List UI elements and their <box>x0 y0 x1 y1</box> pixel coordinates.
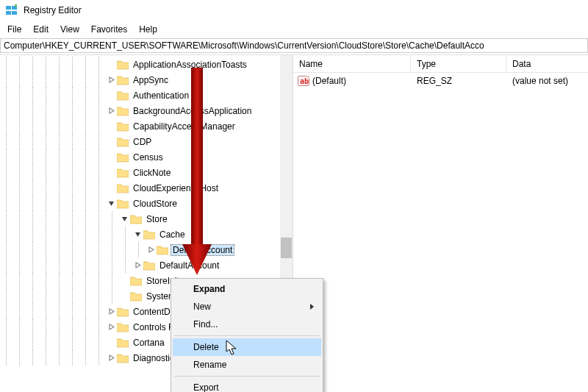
folder-icon <box>117 168 129 178</box>
tree-indent <box>40 165 53 180</box>
tree-indent <box>13 257 26 273</box>
folder-icon <box>130 214 142 224</box>
folder-icon <box>130 291 142 302</box>
tree-indent <box>13 196 26 211</box>
chevron-right-icon[interactable] <box>106 322 116 332</box>
tree-indent <box>79 257 93 273</box>
tree-indent <box>40 57 53 72</box>
menu-favorites[interactable]: Favorites <box>85 23 133 35</box>
tree-indent <box>93 211 106 227</box>
tree-indent <box>93 242 106 257</box>
ctx-delete[interactable]: Delete <box>173 338 321 356</box>
value-row[interactable]: ab (Default) REG_SZ (value not set) <box>293 73 588 89</box>
twisty-spacer <box>106 137 116 147</box>
tree-indent <box>26 288 40 304</box>
tree-indent <box>0 242 13 257</box>
menu-help[interactable]: Help <box>133 23 163 35</box>
tree-indent <box>26 242 40 257</box>
tree-indent <box>106 227 119 242</box>
tree-node[interactable]: CloudStore <box>0 196 293 211</box>
tree-indent <box>79 196 93 211</box>
ctx-new[interactable]: New <box>173 298 321 316</box>
column-type[interactable]: Type <box>411 56 506 72</box>
tree-indent <box>13 288 26 304</box>
menu-edit[interactable]: Edit <box>27 23 54 35</box>
tree-indent <box>0 273 13 288</box>
tree-indent <box>0 57 13 72</box>
scroll-thumb[interactable] <box>281 238 292 258</box>
tree-indent <box>66 319 79 335</box>
ctx-expand[interactable]: Expand <box>173 280 321 298</box>
chevron-right-icon[interactable] <box>106 353 116 363</box>
tree-node[interactable]: AppSync <box>0 72 293 88</box>
tree-indent <box>93 196 106 211</box>
chevron-right-icon[interactable] <box>106 75 116 85</box>
tree-indent <box>26 196 40 211</box>
tree-indent <box>79 242 93 257</box>
tree-indent <box>93 335 106 350</box>
tree-node[interactable]: DefaultAccount <box>0 257 293 273</box>
tree-indent <box>66 180 79 196</box>
ctx-find[interactable]: Find... <box>173 316 321 333</box>
chevron-right-icon[interactable] <box>106 307 116 317</box>
tree-indent <box>13 149 26 165</box>
menu-file[interactable]: File <box>1 23 27 35</box>
tree-node[interactable]: Cache <box>0 227 293 242</box>
folder-icon <box>117 75 129 85</box>
folder-icon <box>130 276 142 286</box>
tree-indent <box>66 88 79 103</box>
tree-node[interactable]: CapabilityAccessManager <box>0 118 293 134</box>
tree-indent <box>0 165 13 180</box>
values-header: Name Type Data <box>293 55 588 73</box>
tree-node[interactable]: Authentication <box>0 88 293 103</box>
tree-indent <box>106 211 119 227</box>
menu-view[interactable]: View <box>54 23 85 35</box>
tree-indent <box>40 335 53 350</box>
tree-indent <box>26 149 40 165</box>
tree-node[interactable]: CloudExperienceHost <box>0 180 293 196</box>
string-value-icon: ab <box>298 75 309 87</box>
folder-icon <box>117 199 129 209</box>
tree-node-label: CDP <box>132 137 153 147</box>
folder-icon <box>117 106 129 116</box>
column-data[interactable]: Data <box>506 56 588 72</box>
tree-node[interactable]: BackgroundAccessApplication <box>0 103 293 118</box>
tree-node[interactable]: DefaultAccount <box>0 242 293 257</box>
tree-indent <box>93 227 106 242</box>
folder-icon <box>117 307 129 317</box>
tree-node[interactable]: Store <box>0 211 293 227</box>
tree-node-label: Store <box>145 214 169 224</box>
tree-indent <box>53 57 66 72</box>
tree-node[interactable]: ApplicationAssociationToasts <box>0 57 293 72</box>
twisty-spacer <box>119 276 129 286</box>
ctx-export[interactable]: Export <box>173 379 321 392</box>
tree-node[interactable]: ClickNote <box>0 165 293 180</box>
twisty-spacer <box>106 90 116 101</box>
tree-indent <box>119 242 132 257</box>
chevron-down-icon[interactable] <box>119 214 129 224</box>
tree-indent <box>79 227 93 242</box>
ctx-rename[interactable]: Rename <box>173 356 321 374</box>
tree-indent <box>93 57 106 72</box>
tree-indent <box>106 257 119 273</box>
tree-indent <box>93 103 106 118</box>
tree-indent <box>13 319 26 335</box>
chevron-right-icon[interactable] <box>146 245 156 255</box>
column-name[interactable]: Name <box>293 56 411 72</box>
tree-node[interactable]: CDP <box>0 134 293 149</box>
tree-indent <box>26 350 40 366</box>
tree-indent <box>40 103 53 118</box>
tree-indent <box>0 103 13 118</box>
chevron-right-icon[interactable] <box>106 106 116 116</box>
tree-indent <box>93 273 106 288</box>
tree-indent <box>40 319 53 335</box>
address-bar[interactable]: Computer\HKEY_CURRENT_USER\SOFTWARE\Micr… <box>0 38 588 53</box>
chevron-down-icon[interactable] <box>132 229 143 240</box>
tree-indent <box>40 304 53 319</box>
chevron-down-icon[interactable] <box>106 199 116 209</box>
twisty-spacer <box>106 168 116 178</box>
chevron-right-icon[interactable] <box>132 260 143 271</box>
tree-indent <box>53 134 66 149</box>
tree-indent <box>79 211 93 227</box>
tree-node[interactable]: Census <box>0 149 293 165</box>
